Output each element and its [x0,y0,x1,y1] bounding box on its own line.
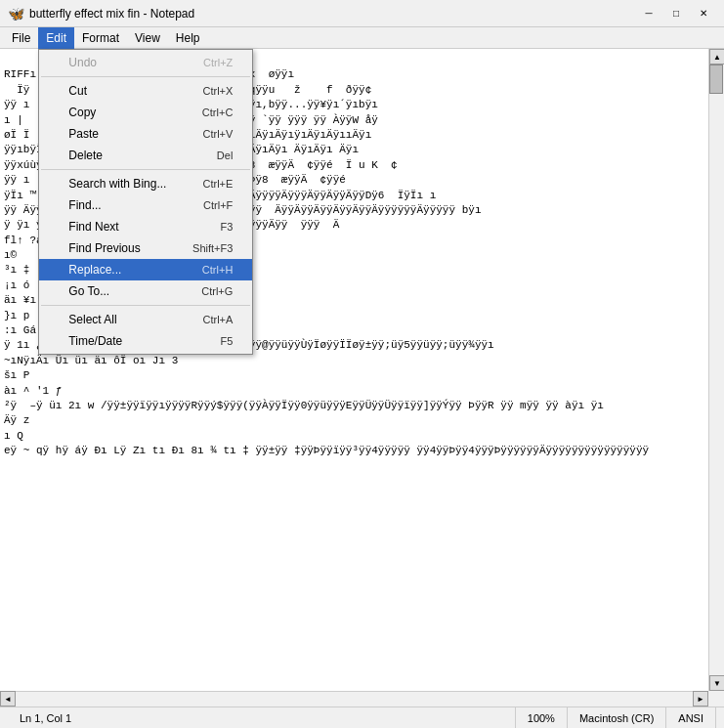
title-bar-text: butterfly effect mix fin - Notepad [29,7,194,21]
title-bar: 🦋 butterfly effect mix fin - Notepad ─ □… [0,0,724,27]
separator-1 [41,76,250,77]
title-bar-controls: ─ □ ✕ [636,5,716,22]
menu-time-date[interactable]: Time/Date F5 [39,330,252,352]
status-position: Ln 1, Col 1 [8,707,516,728]
menu-paste[interactable]: Paste Ctrl+V [39,123,252,145]
minimize-button[interactable]: ─ [636,5,661,22]
status-bar: Ln 1, Col 1 100% Macintosh (CR) ANSI [0,707,724,728]
close-button[interactable]: ✕ [691,5,716,22]
menu-format[interactable]: Format [74,27,127,49]
menu-find-previous[interactable]: Find Previous Shift+F3 [39,237,252,259]
menu-select-all[interactable]: Select All Ctrl+A [39,309,252,330]
scrollbar-horizontal[interactable]: ◄ ► [0,691,708,707]
menu-delete[interactable]: Delete Del [39,145,252,166]
menu-goto[interactable]: Go To... Ctrl+G [39,280,252,302]
status-encoding: ANSI [666,707,716,728]
menu-copy[interactable]: Copy Ctrl+C [39,102,252,123]
menu-find-next[interactable]: Find Next F3 [39,216,252,237]
menu-search-bing[interactable]: Search with Bing... Ctrl+E [39,173,252,194]
menu-bar: File Edit Undo Ctrl+Z Cut Ctrl+X Copy Ct… [0,27,724,49]
menu-replace[interactable]: Replace... Ctrl+H [39,259,252,280]
menu-cut[interactable]: Cut Ctrl+X [39,80,252,102]
status-zoom: 100% [516,707,568,728]
separator-3 [41,305,250,306]
menu-help[interactable]: Help [168,27,208,49]
scroll-down-button[interactable]: ▼ [709,675,724,691]
app-icon: 🦋 [8,6,23,21]
separator-2 [41,169,250,170]
menu-undo[interactable]: Undo Ctrl+Z [39,52,252,73]
title-bar-left: 🦋 butterfly effect mix fin - Notepad [8,6,194,21]
scroll-left-button[interactable]: ◄ [0,691,16,707]
scroll-thumb-vertical[interactable] [709,64,723,94]
scrollbar-vertical[interactable]: ▲ ▼ [708,49,724,691]
maximize-button[interactable]: □ [663,5,689,22]
menu-view[interactable]: View [127,27,168,49]
menu-find[interactable]: Find... Ctrl+F [39,194,252,216]
menu-edit[interactable]: Edit [38,27,74,49]
edit-dropdown-menu: Undo Ctrl+Z Cut Ctrl+X Copy Ctrl+C Paste… [38,49,253,355]
status-line-ending: Macintosh (CR) [568,707,666,728]
menu-file[interactable]: File [4,27,38,49]
menu-edit-container: Edit Undo Ctrl+Z Cut Ctrl+X Copy Ctrl+C … [38,27,74,49]
scroll-up-button[interactable]: ▲ [709,49,724,64]
scroll-right-button[interactable]: ► [693,691,708,707]
